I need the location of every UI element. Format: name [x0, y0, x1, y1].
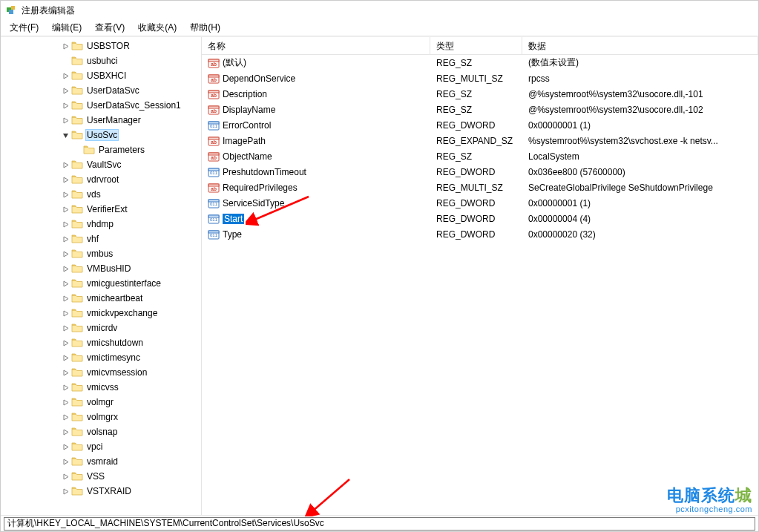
expander-icon[interactable] [60, 234, 70, 244]
value-row[interactable]: abDescriptionREG_SZ@%systemroot%\system3… [202, 86, 758, 102]
expander-icon[interactable] [60, 219, 70, 229]
tree-item[interactable]: UserDataSvc_Session1 [1, 98, 201, 113]
tree-item[interactable]: Parameters [1, 142, 201, 157]
tree-pane[interactable]: USBSTORusbuhciUSBXHCIUserDataSvcUserData… [1, 37, 202, 515]
tree-item[interactable]: vmicshutdown [1, 335, 201, 350]
svg-rect-35 [208, 215, 219, 217]
expander-icon[interactable] [60, 174, 70, 185]
tree-item[interactable]: vmbus [1, 246, 201, 261]
tree-item[interactable]: vpci [1, 439, 201, 454]
expander-icon[interactable] [60, 56, 70, 66]
value-icon: 011 [208, 119, 220, 131]
value-icon: ab [208, 135, 220, 147]
expander-icon[interactable] [60, 160, 70, 170]
expander-icon[interactable] [60, 367, 70, 378]
tree-item[interactable]: vds [1, 187, 201, 202]
column-data[interactable]: 数据 [522, 37, 758, 54]
column-type[interactable]: 类型 [430, 37, 522, 54]
tree-item[interactable]: volmgr [1, 395, 201, 410]
tree-item[interactable]: vhdmp [1, 217, 201, 231]
expander-icon[interactable] [60, 486, 70, 496]
svg-text:011: 011 [210, 217, 218, 222]
folder-icon [71, 427, 83, 437]
value-row[interactable]: abObjectNameREG_SZLocalSystem [202, 148, 758, 164]
value-row[interactable]: abDependOnServiceREG_MULTI_SZrpcss [202, 70, 758, 86]
expander-icon[interactable] [60, 189, 70, 200]
tree-item[interactable]: vhf [1, 231, 201, 246]
expander-icon[interactable] [60, 115, 70, 125]
tree-item[interactable]: vmicvss [1, 380, 201, 395]
tree-label: vdrvroot [85, 174, 120, 185]
expander-icon[interactable] [60, 70, 70, 81]
path-input[interactable] [4, 517, 755, 531]
menu-help[interactable]: 帮助(H) [184, 20, 226, 36]
value-row[interactable]: 011StartREG_DWORD0x00000004 (4) [202, 211, 758, 226]
tree-item[interactable]: vdrvroot [1, 172, 201, 187]
expander-icon[interactable] [60, 397, 70, 407]
menu-view[interactable]: 查看(V) [89, 20, 131, 36]
menu-edit[interactable]: 编辑(E) [46, 20, 88, 36]
expander-icon[interactable] [60, 204, 70, 214]
tree-item[interactable]: vmicguestinterface [1, 276, 201, 291]
value-row[interactable]: abImagePathREG_EXPAND_SZ%systemroot%\sys… [202, 133, 758, 148]
value-row[interactable]: 011PreshutdownTimeoutREG_DWORD0x036ee800… [202, 164, 758, 180]
expander-icon[interactable] [60, 471, 70, 482]
tree-item[interactable]: vmickvpexchange [1, 306, 201, 321]
menu-file[interactable]: 文件(F) [4, 20, 45, 36]
folder-icon [71, 278, 83, 289]
value-row[interactable]: 011TypeREG_DWORD0x00000020 (32) [202, 226, 758, 242]
expander-icon[interactable] [60, 130, 70, 140]
expander-icon[interactable] [60, 427, 70, 437]
expander-icon[interactable] [60, 323, 70, 333]
expander-icon[interactable] [60, 41, 70, 51]
tree-item[interactable]: usbuhci [1, 53, 201, 68]
value-row[interactable]: ab(默认)REG_SZ(数值未设置) [202, 55, 758, 70]
expander-icon[interactable] [60, 85, 70, 96]
tree-item[interactable]: VerifierExt [1, 202, 201, 217]
value-icon: 011 [208, 229, 220, 240]
expander-icon[interactable] [60, 352, 70, 363]
tree-item[interactable]: volsnap [1, 424, 201, 439]
tree-item[interactable]: VMBusHID [1, 261, 201, 276]
expander-icon[interactable] [72, 145, 82, 155]
expander-icon[interactable] [60, 249, 70, 259]
expander-icon[interactable] [60, 338, 70, 348]
expander-icon[interactable] [60, 441, 70, 452]
tree-item[interactable]: USBSTOR [1, 39, 201, 53]
tree-item[interactable]: VSTXRAID [1, 484, 201, 499]
value-data: 0x00000001 (1) [522, 120, 758, 131]
value-row[interactable]: 011ServiceSidTypeREG_DWORD0x00000001 (1) [202, 195, 758, 211]
tree-item[interactable]: UserDataSvc [1, 83, 201, 98]
tree-item[interactable]: UserManager [1, 113, 201, 128]
tree-item[interactable]: USBXHCI [1, 68, 201, 83]
tree-item[interactable]: vsmraid [1, 454, 201, 469]
list-body[interactable]: ab(默认)REG_SZ(数值未设置)abDependOnServiceREG_… [202, 55, 758, 515]
tree-item[interactable]: vmicrdv [1, 321, 201, 335]
expander-icon[interactable] [60, 456, 70, 467]
folder-icon [71, 441, 83, 452]
tree-item[interactable]: volmgrx [1, 410, 201, 424]
tree-item[interactable]: VSS [1, 469, 201, 484]
value-row[interactable]: 011ErrorControlREG_DWORD0x00000001 (1) [202, 117, 758, 133]
folder-icon [71, 249, 83, 259]
tree-item[interactable]: UsoSvc [1, 128, 201, 142]
tree-item[interactable]: VaultSvc [1, 157, 201, 172]
value-name: (默认) [223, 56, 246, 69]
svg-text:011: 011 [210, 124, 218, 128]
expander-icon[interactable] [60, 308, 70, 318]
expander-icon[interactable] [60, 263, 70, 274]
tree-item[interactable]: vmicvmsession [1, 365, 201, 380]
value-row[interactable]: abDisplayNameREG_SZ@%systemroot%\system3… [202, 102, 758, 117]
expander-icon[interactable] [60, 278, 70, 289]
expander-icon[interactable] [60, 293, 70, 303]
expander-icon[interactable] [60, 412, 70, 422]
value-type: REG_DWORD [430, 167, 522, 177]
value-row[interactable]: abRequiredPrivilegesREG_MULTI_SZSeCreate… [202, 180, 758, 195]
expander-icon[interactable] [60, 100, 70, 111]
expander-icon[interactable] [60, 382, 70, 393]
menu-favorites[interactable]: 收藏夹(A) [132, 20, 183, 36]
value-data: @%systemroot%\system32\usocore.dll,-101 [522, 89, 758, 99]
tree-item[interactable]: vmicheartbeat [1, 291, 201, 306]
tree-item[interactable]: vmictimesync [1, 350, 201, 365]
column-name[interactable]: 名称 [202, 37, 430, 54]
